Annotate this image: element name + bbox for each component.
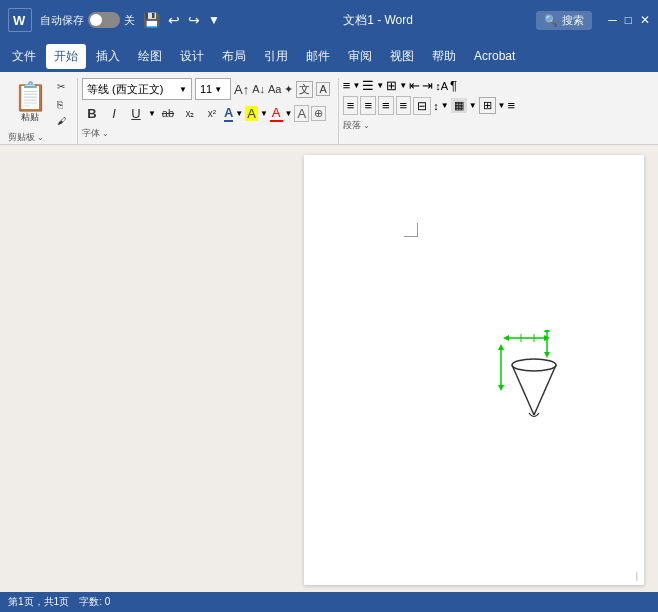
font-name-selector[interactable]: 等线 (西文正文) ▼ bbox=[82, 78, 192, 100]
menu-mail[interactable]: 邮件 bbox=[298, 44, 338, 69]
svg-line-15 bbox=[534, 365, 556, 415]
text-effect-dropdown[interactable]: ▼ bbox=[235, 109, 243, 118]
search-icon: 🔍 bbox=[544, 14, 558, 27]
show-marks-btn[interactable]: ¶ bbox=[450, 78, 457, 93]
bullet-list-dropdown[interactable]: ▼ bbox=[352, 81, 360, 90]
font-color-dropdown[interactable]: ▼ bbox=[285, 109, 293, 118]
menu-help[interactable]: 帮助 bbox=[424, 44, 464, 69]
font-color-btn[interactable]: A bbox=[270, 105, 283, 122]
menu-design[interactable]: 设计 bbox=[172, 44, 212, 69]
subscript-button[interactable]: x₂ bbox=[180, 103, 200, 123]
svg-point-13 bbox=[512, 359, 556, 371]
bold-button[interactable]: B bbox=[82, 103, 102, 123]
cut-button[interactable]: ✂ bbox=[54, 78, 69, 95]
char-border-btn[interactable]: A bbox=[316, 82, 329, 96]
drawing-svg bbox=[489, 330, 579, 430]
doc-area: | bbox=[290, 145, 658, 589]
font-name-dropdown[interactable]: ▼ bbox=[179, 85, 187, 94]
line-spacing-btn[interactable]: ↕ bbox=[433, 100, 439, 112]
more-para-btn[interactable]: ≡ bbox=[507, 98, 515, 113]
superscript-button[interactable]: x² bbox=[202, 103, 222, 123]
font-size-increase[interactable]: A↑ bbox=[234, 82, 249, 97]
multilevel-list-btn[interactable]: ⊞ bbox=[386, 78, 397, 93]
maximize-btn[interactable]: □ bbox=[625, 13, 632, 27]
strikethrough-button[interactable]: ab bbox=[158, 103, 178, 123]
font-size-dropdown[interactable]: ▼ bbox=[214, 85, 222, 94]
svg-marker-11 bbox=[498, 344, 504, 350]
number-list-dropdown[interactable]: ▼ bbox=[376, 81, 384, 90]
toggle-state: 关 bbox=[124, 13, 135, 28]
font-size-decrease[interactable]: A↓ bbox=[252, 83, 265, 95]
status-bar: 第1页，共1页 字数: 0 bbox=[0, 592, 658, 612]
svg-text:W: W bbox=[13, 13, 26, 28]
redo-icon[interactable]: ↪ bbox=[188, 12, 200, 28]
menu-view[interactable]: 视图 bbox=[382, 44, 422, 69]
document-page[interactable]: | bbox=[304, 155, 644, 585]
justify-btn[interactable]: ≡ bbox=[396, 96, 412, 115]
paste-button[interactable]: 📋 粘贴 bbox=[8, 79, 52, 129]
title-bar: W 自动保存 关 💾 ↩ ↪ ▼ 文档1 - Word 🔍 搜索 ─ □ ✕ bbox=[0, 0, 658, 40]
italic-button[interactable]: I bbox=[104, 103, 124, 123]
svg-marker-7 bbox=[544, 352, 550, 358]
autosave-toggle[interactable] bbox=[88, 12, 120, 28]
minimize-btn[interactable]: ─ bbox=[608, 13, 617, 27]
increase-indent-btn[interactable]: ⇥ bbox=[422, 78, 433, 93]
doc-drawing bbox=[489, 330, 579, 433]
phonetic-btn[interactable]: ⊕ bbox=[311, 106, 326, 121]
font-group-expand[interactable]: ⌄ bbox=[102, 129, 109, 138]
svg-line-14 bbox=[512, 365, 534, 415]
underline-button[interactable]: U bbox=[126, 103, 146, 123]
font-case-btn[interactable]: Aa bbox=[268, 83, 281, 95]
autosave-label: 自动保存 bbox=[40, 13, 84, 28]
underline-dropdown[interactable]: ▼ bbox=[148, 109, 156, 118]
line-spacing-dropdown[interactable]: ▼ bbox=[441, 101, 449, 110]
align-center-btn[interactable]: ≡ bbox=[360, 96, 376, 115]
highlight-color-btn[interactable]: A bbox=[245, 106, 258, 121]
word-count-btn[interactable]: 文 bbox=[296, 81, 313, 98]
decrease-indent-btn[interactable]: ⇤ bbox=[409, 78, 420, 93]
clipboard-label: 剪贴板 bbox=[8, 131, 35, 144]
highlight-color-dropdown[interactable]: ▼ bbox=[260, 109, 268, 118]
copy-button[interactable]: ⎘ bbox=[54, 96, 69, 113]
format-painter-button[interactable]: 🖌 bbox=[54, 114, 69, 130]
menu-acrobat[interactable]: Acrobat bbox=[466, 45, 523, 67]
main-content: | bbox=[0, 145, 658, 589]
close-btn[interactable]: ✕ bbox=[640, 13, 650, 27]
text-effect-btn[interactable]: A bbox=[224, 105, 233, 122]
menu-insert[interactable]: 插入 bbox=[88, 44, 128, 69]
menu-home[interactable]: 开始 bbox=[46, 44, 86, 69]
align-left-btn[interactable]: ≡ bbox=[343, 96, 359, 115]
autosave-section: 自动保存 关 bbox=[40, 12, 135, 28]
search-box[interactable]: 🔍 搜索 bbox=[536, 11, 592, 30]
char-shade-btn[interactable]: A bbox=[294, 105, 309, 122]
undo-icon[interactable]: ↩ bbox=[168, 12, 180, 28]
sort-btn[interactable]: ↕A bbox=[435, 80, 448, 92]
ribbon: 📋 粘贴 ✂ ⎘ 🖌 剪贴板 ⌄ 等线 (西文正文) ▼ bbox=[0, 72, 658, 145]
menu-file[interactable]: 文件 bbox=[4, 44, 44, 69]
font-group-label: 字体 bbox=[82, 127, 100, 140]
menu-layout[interactable]: 布局 bbox=[214, 44, 254, 69]
svg-marker-6 bbox=[544, 330, 550, 332]
more-icon[interactable]: ▼ bbox=[208, 13, 220, 27]
shading-btn[interactable]: ▦ bbox=[451, 98, 467, 113]
borders-btn[interactable]: ⊞ bbox=[479, 97, 496, 114]
borders-dropdown[interactable]: ▼ bbox=[498, 101, 506, 110]
align-right-btn[interactable]: ≡ bbox=[378, 96, 394, 115]
distributed-btn[interactable]: ⊟ bbox=[413, 97, 431, 115]
page-corner-mark bbox=[404, 223, 418, 237]
menu-draw[interactable]: 绘图 bbox=[130, 44, 170, 69]
word-count-status: 字数: 0 bbox=[79, 595, 110, 609]
clipboard-expand[interactable]: ⌄ bbox=[37, 133, 44, 142]
sidebar bbox=[0, 145, 290, 589]
para-group-expand[interactable]: ⌄ bbox=[363, 121, 370, 130]
menu-review[interactable]: 审阅 bbox=[340, 44, 380, 69]
shading-dropdown[interactable]: ▼ bbox=[469, 101, 477, 110]
menu-ref[interactable]: 引用 bbox=[256, 44, 296, 69]
highlight-btn[interactable]: ✦ bbox=[284, 83, 293, 96]
number-list-btn[interactable]: ☰ bbox=[362, 78, 374, 93]
font-size-value: 11 bbox=[200, 83, 212, 95]
font-size-selector[interactable]: 11 ▼ bbox=[195, 78, 231, 100]
bullet-list-btn[interactable]: ≡ bbox=[343, 78, 351, 93]
save-icon[interactable]: 💾 bbox=[143, 12, 160, 28]
multilevel-list-dropdown[interactable]: ▼ bbox=[399, 81, 407, 90]
